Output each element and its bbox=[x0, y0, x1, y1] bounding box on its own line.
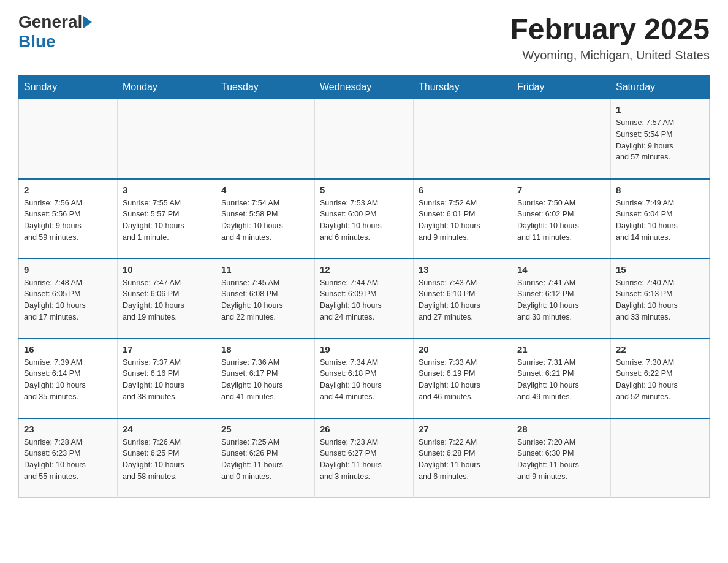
day-info: Sunrise: 7:50 AM Sunset: 6:02 PM Dayligh… bbox=[517, 197, 605, 243]
header-cell-saturday: Saturday bbox=[611, 75, 710, 99]
calendar-week-2: 2Sunrise: 7:56 AM Sunset: 5:56 PM Daylig… bbox=[19, 179, 710, 259]
month-title: February 2025 bbox=[510, 12, 710, 46]
day-info: Sunrise: 7:41 AM Sunset: 6:12 PM Dayligh… bbox=[517, 277, 605, 323]
header-cell-wednesday: Wednesday bbox=[315, 75, 414, 99]
calendar-cell: 14Sunrise: 7:41 AM Sunset: 6:12 PM Dayli… bbox=[512, 259, 611, 339]
calendar-header: SundayMondayTuesdayWednesdayThursdayFrid… bbox=[19, 75, 710, 99]
day-number: 21 bbox=[517, 344, 605, 354]
day-info: Sunrise: 7:34 AM Sunset: 6:18 PM Dayligh… bbox=[320, 357, 408, 403]
day-info: Sunrise: 7:52 AM Sunset: 6:01 PM Dayligh… bbox=[419, 197, 507, 243]
day-number: 22 bbox=[616, 344, 704, 354]
calendar-cell bbox=[512, 99, 611, 179]
day-info: Sunrise: 7:40 AM Sunset: 6:13 PM Dayligh… bbox=[616, 277, 704, 323]
logo-blue-text: Blue bbox=[18, 32, 56, 52]
calendar-cell: 28Sunrise: 7:20 AM Sunset: 6:30 PM Dayli… bbox=[512, 418, 611, 498]
calendar-cell: 9Sunrise: 7:48 AM Sunset: 6:05 PM Daylig… bbox=[19, 259, 118, 339]
day-number: 23 bbox=[24, 424, 112, 434]
calendar-cell bbox=[315, 99, 414, 179]
day-number: 8 bbox=[616, 185, 704, 195]
day-info: Sunrise: 7:56 AM Sunset: 5:56 PM Dayligh… bbox=[24, 197, 112, 243]
calendar-cell: 20Sunrise: 7:33 AM Sunset: 6:19 PM Dayli… bbox=[414, 339, 512, 418]
day-number: 20 bbox=[419, 344, 507, 354]
day-number: 1 bbox=[616, 104, 704, 115]
day-info: Sunrise: 7:37 AM Sunset: 6:16 PM Dayligh… bbox=[123, 357, 211, 403]
calendar-cell bbox=[611, 418, 710, 498]
day-info: Sunrise: 7:26 AM Sunset: 6:25 PM Dayligh… bbox=[123, 437, 211, 483]
day-info: Sunrise: 7:30 AM Sunset: 6:22 PM Dayligh… bbox=[616, 357, 704, 403]
day-number: 7 bbox=[517, 185, 605, 195]
calendar-table: SundayMondayTuesdayWednesdayThursdayFrid… bbox=[18, 75, 710, 498]
day-info: Sunrise: 7:48 AM Sunset: 6:05 PM Dayligh… bbox=[24, 277, 112, 323]
header-cell-thursday: Thursday bbox=[414, 75, 512, 99]
day-number: 13 bbox=[419, 264, 507, 275]
header-cell-friday: Friday bbox=[512, 75, 611, 99]
calendar-cell: 11Sunrise: 7:45 AM Sunset: 6:08 PM Dayli… bbox=[216, 259, 315, 339]
calendar-cell: 7Sunrise: 7:50 AM Sunset: 6:02 PM Daylig… bbox=[512, 179, 611, 259]
day-number: 5 bbox=[320, 185, 408, 195]
calendar-cell: 21Sunrise: 7:31 AM Sunset: 6:21 PM Dayli… bbox=[512, 339, 611, 418]
calendar-cell: 16Sunrise: 7:39 AM Sunset: 6:14 PM Dayli… bbox=[19, 339, 118, 418]
day-info: Sunrise: 7:57 AM Sunset: 5:54 PM Dayligh… bbox=[616, 117, 704, 163]
day-info: Sunrise: 7:44 AM Sunset: 6:09 PM Dayligh… bbox=[320, 277, 408, 323]
calendar-cell: 27Sunrise: 7:22 AM Sunset: 6:28 PM Dayli… bbox=[414, 418, 512, 498]
logo: General Blue bbox=[18, 12, 93, 52]
title-area: February 2025 Wyoming, Michigan, United … bbox=[510, 12, 710, 63]
day-info: Sunrise: 7:31 AM Sunset: 6:21 PM Dayligh… bbox=[517, 357, 605, 403]
day-info: Sunrise: 7:25 AM Sunset: 6:26 PM Dayligh… bbox=[221, 437, 309, 483]
day-info: Sunrise: 7:49 AM Sunset: 6:04 PM Dayligh… bbox=[616, 197, 704, 243]
calendar-cell: 6Sunrise: 7:52 AM Sunset: 6:01 PM Daylig… bbox=[414, 179, 512, 259]
location-subtitle: Wyoming, Michigan, United States bbox=[510, 48, 710, 63]
day-number: 24 bbox=[123, 424, 211, 434]
calendar-cell: 5Sunrise: 7:53 AM Sunset: 6:00 PM Daylig… bbox=[315, 179, 414, 259]
calendar-cell: 3Sunrise: 7:55 AM Sunset: 5:57 PM Daylig… bbox=[118, 179, 216, 259]
calendar-cell: 12Sunrise: 7:44 AM Sunset: 6:09 PM Dayli… bbox=[315, 259, 414, 339]
day-info: Sunrise: 7:22 AM Sunset: 6:28 PM Dayligh… bbox=[419, 437, 507, 483]
calendar-cell: 23Sunrise: 7:28 AM Sunset: 6:23 PM Dayli… bbox=[19, 418, 118, 498]
day-number: 15 bbox=[616, 264, 704, 275]
day-number: 12 bbox=[320, 264, 408, 275]
day-number: 2 bbox=[24, 185, 112, 195]
day-info: Sunrise: 7:53 AM Sunset: 6:00 PM Dayligh… bbox=[320, 197, 408, 243]
logo-general-text: General bbox=[18, 12, 82, 32]
calendar-cell bbox=[414, 99, 512, 179]
calendar-cell bbox=[19, 99, 118, 179]
day-info: Sunrise: 7:20 AM Sunset: 6:30 PM Dayligh… bbox=[517, 437, 605, 483]
day-info: Sunrise: 7:54 AM Sunset: 5:58 PM Dayligh… bbox=[221, 197, 309, 243]
calendar-cell: 22Sunrise: 7:30 AM Sunset: 6:22 PM Dayli… bbox=[611, 339, 710, 418]
header-cell-tuesday: Tuesday bbox=[216, 75, 315, 99]
day-number: 3 bbox=[123, 185, 211, 195]
calendar-week-1: 1Sunrise: 7:57 AM Sunset: 5:54 PM Daylig… bbox=[19, 99, 710, 179]
day-info: Sunrise: 7:36 AM Sunset: 6:17 PM Dayligh… bbox=[221, 357, 309, 403]
day-number: 4 bbox=[221, 185, 309, 195]
day-number: 16 bbox=[24, 344, 112, 354]
day-info: Sunrise: 7:55 AM Sunset: 5:57 PM Dayligh… bbox=[123, 197, 211, 243]
header-row: SundayMondayTuesdayWednesdayThursdayFrid… bbox=[19, 75, 710, 99]
calendar-cell: 19Sunrise: 7:34 AM Sunset: 6:18 PM Dayli… bbox=[315, 339, 414, 418]
calendar-cell: 18Sunrise: 7:36 AM Sunset: 6:17 PM Dayli… bbox=[216, 339, 315, 418]
day-info: Sunrise: 7:45 AM Sunset: 6:08 PM Dayligh… bbox=[221, 277, 309, 323]
calendar-body: 1Sunrise: 7:57 AM Sunset: 5:54 PM Daylig… bbox=[19, 99, 710, 498]
day-number: 9 bbox=[24, 264, 112, 275]
calendar-cell: 1Sunrise: 7:57 AM Sunset: 5:54 PM Daylig… bbox=[611, 99, 710, 179]
calendar-cell: 17Sunrise: 7:37 AM Sunset: 6:16 PM Dayli… bbox=[118, 339, 216, 418]
day-number: 25 bbox=[221, 424, 309, 434]
day-number: 14 bbox=[517, 264, 605, 275]
day-info: Sunrise: 7:39 AM Sunset: 6:14 PM Dayligh… bbox=[24, 357, 112, 403]
calendar-cell: 8Sunrise: 7:49 AM Sunset: 6:04 PM Daylig… bbox=[611, 179, 710, 259]
calendar-week-4: 16Sunrise: 7:39 AM Sunset: 6:14 PM Dayli… bbox=[19, 339, 710, 418]
day-info: Sunrise: 7:23 AM Sunset: 6:27 PM Dayligh… bbox=[320, 437, 408, 483]
day-info: Sunrise: 7:43 AM Sunset: 6:10 PM Dayligh… bbox=[419, 277, 507, 323]
calendar-week-5: 23Sunrise: 7:28 AM Sunset: 6:23 PM Dayli… bbox=[19, 418, 710, 498]
day-number: 19 bbox=[320, 344, 408, 354]
calendar-cell: 13Sunrise: 7:43 AM Sunset: 6:10 PM Dayli… bbox=[414, 259, 512, 339]
day-number: 11 bbox=[221, 264, 309, 275]
day-number: 18 bbox=[221, 344, 309, 354]
day-number: 17 bbox=[123, 344, 211, 354]
day-info: Sunrise: 7:33 AM Sunset: 6:19 PM Dayligh… bbox=[419, 357, 507, 403]
header-cell-monday: Monday bbox=[118, 75, 216, 99]
day-info: Sunrise: 7:28 AM Sunset: 6:23 PM Dayligh… bbox=[24, 437, 112, 483]
day-info: Sunrise: 7:47 AM Sunset: 6:06 PM Dayligh… bbox=[123, 277, 211, 323]
calendar-cell: 15Sunrise: 7:40 AM Sunset: 6:13 PM Dayli… bbox=[611, 259, 710, 339]
day-number: 26 bbox=[320, 424, 408, 434]
calendar-cell bbox=[118, 99, 216, 179]
